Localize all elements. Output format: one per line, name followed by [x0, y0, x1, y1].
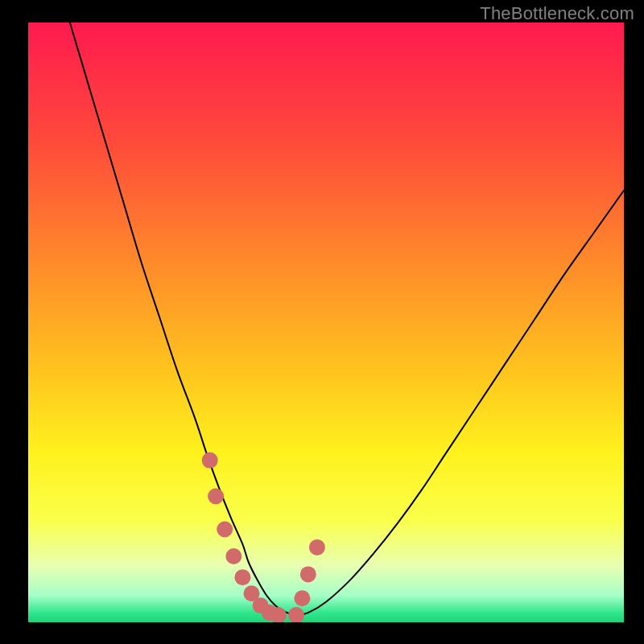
marker-dot: [288, 607, 304, 622]
marker-dot: [309, 539, 325, 555]
marker-dot: [300, 566, 316, 582]
watermark-text: TheBottleneck.com: [480, 3, 634, 24]
chart-frame: TheBottleneck.com: [0, 0, 644, 644]
marker-dot: [294, 590, 310, 606]
marker-dot: [208, 489, 224, 505]
marker-dot: [202, 452, 218, 469]
bottleneck-curve: [70, 23, 624, 615]
marker-cluster: [202, 452, 325, 622]
marker-dot: [234, 569, 250, 585]
marker-dot: [217, 522, 233, 538]
marker-dot: [225, 548, 242, 564]
plot-area: [28, 23, 624, 622]
curve-overlay: [28, 23, 624, 622]
